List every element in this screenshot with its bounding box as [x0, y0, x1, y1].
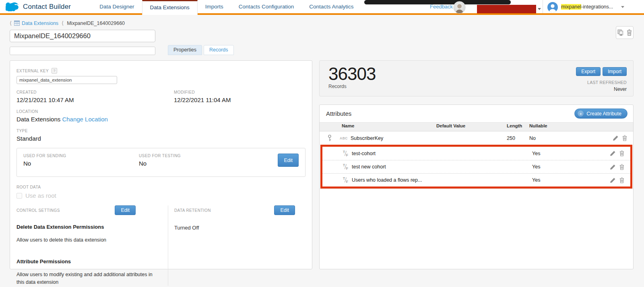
breadcrumb-chevron: ⟨: [10, 20, 12, 26]
attributes-table-header: Name Default Value Length Nullable: [320, 122, 633, 131]
header-divider: [543, 0, 543, 13]
user-menu-chevron-icon[interactable]: [621, 6, 624, 8]
import-button[interactable]: Import: [603, 67, 627, 76]
text-type-icon: ABC: [340, 136, 348, 140]
used-for-testing-value: No: [139, 160, 278, 167]
chevron-down-icon[interactable]: [538, 8, 541, 10]
table-row[interactable]: ABC TF test new cohort Yes: [322, 160, 630, 173]
modified-value: 12/22/2021 11:04 AM: [174, 96, 231, 103]
person-photo-icon: [454, 2, 465, 13]
attributes-panel: Attributes + Create Attribute Name Defau…: [319, 105, 634, 269]
help-icon[interactable]: ?: [52, 68, 57, 74]
person-icon: [547, 2, 558, 12]
root-data-label: ROOT DATA: [17, 185, 305, 189]
breadcrumb: ⟨ Data Extensions ⟨ MixpanelDE_164002966…: [0, 15, 644, 26]
description-input[interactable]: [10, 47, 155, 55]
table-row[interactable]: ABC TF Users who loaded a flows rep... Y…: [322, 173, 630, 187]
edit-usage-button[interactable]: Edit: [278, 154, 299, 167]
attribute-name: test-cohort: [352, 151, 376, 156]
header-actions-box: [616, 26, 634, 39]
user-avatar[interactable]: [547, 2, 558, 12]
edit-attribute-icon[interactable]: [610, 164, 616, 170]
last-refreshed-label: LAST REFRESHED: [587, 80, 627, 85]
nav-imports[interactable]: Imports: [198, 0, 231, 13]
attribute-length: 250: [507, 135, 529, 141]
nav-contacts-configuration[interactable]: Contacts Configuration: [231, 0, 301, 13]
boolean-type-icon: TF: [343, 177, 349, 183]
records-count-label: Records: [328, 84, 376, 89]
export-button[interactable]: Export: [576, 67, 601, 76]
nav-data-designer[interactable]: Data Designer: [92, 0, 142, 13]
user-name-rest: -integrations...: [581, 4, 613, 10]
use-as-root-checkbox[interactable]: [17, 193, 22, 199]
top-nav-bar: Contact Builder Data Designer Data Exten…: [0, 0, 644, 15]
delete-attribute-icon[interactable]: [619, 177, 624, 183]
location-label: LOCATION: [17, 109, 305, 114]
table-row[interactable]: ABC TF SubscriberKey 250 No: [320, 131, 633, 145]
subtitle-row: Properties Records: [10, 45, 634, 55]
location-value: Data Extensions: [17, 116, 60, 123]
created-label: CREATED: [17, 90, 174, 94]
feedback-avatar[interactable]: [453, 1, 466, 14]
tab-records[interactable]: Records: [204, 45, 234, 55]
type-value: Standard: [17, 135, 305, 142]
title-section: Properties Records: [10, 30, 634, 55]
delete-attribute-icon[interactable]: [619, 150, 624, 156]
breadcrumb-current: MixpanelDE_1640029660: [67, 20, 125, 26]
edit-attribute-icon[interactable]: [610, 150, 616, 156]
main-content: EXTERNAL KEY ? CREATED 12/21/2021 10:47 …: [0, 60, 644, 269]
create-attribute-label: Create Attribute: [586, 111, 621, 117]
boolean-type-icon: TF: [343, 150, 349, 157]
breadcrumb-chevron: ⟨: [62, 20, 64, 26]
records-summary-card: 36303 Records Export Import LAST REFRESH…: [319, 60, 634, 96]
main-nav: Data Designer Data Extensions Imports Co…: [92, 0, 361, 13]
table-bottom-separator: [320, 189, 633, 189]
type-label: TYPE: [17, 129, 305, 133]
attribute-name: SubscriberKey: [351, 135, 383, 141]
last-refreshed-value: Never: [614, 86, 627, 92]
copy-icon[interactable]: [617, 29, 624, 36]
highlight-red-box: ABC TF test-cohort Yes ABC TF test n: [320, 145, 632, 189]
delete-permissions-title: Delete Data Extension Permissions: [17, 224, 154, 230]
delete-permissions-desc: Allow users to delete this data extensio…: [17, 236, 154, 244]
column-name: Name: [340, 123, 436, 128]
properties-panel: EXTERNAL KEY ? CREATED 12/21/2021 10:47 …: [10, 60, 312, 269]
created-value: 12/21/2021 10:47 AM: [17, 96, 174, 103]
delete-attribute-icon[interactable]: [619, 164, 624, 170]
breadcrumb-parent-link[interactable]: Data Extensions: [22, 20, 58, 26]
control-settings-section: CONTROL SETTINGS Edit Delete Data Extens…: [17, 205, 168, 286]
data-extension-table-icon: [14, 20, 20, 26]
detail-tabs: Properties Records: [168, 45, 235, 55]
data-extension-name-input[interactable]: [10, 30, 155, 42]
attribute-nullable: Yes: [532, 164, 607, 170]
redacted-red-bar: [477, 5, 536, 13]
delete-attribute-icon[interactable]: [622, 135, 627, 141]
feedback-link[interactable]: Feedback: [430, 4, 453, 10]
change-location-link[interactable]: Change Location: [62, 116, 107, 123]
edit-control-settings-button[interactable]: Edit: [115, 205, 136, 215]
attributes-rows: ABC TF SubscriberKey 250 No: [320, 131, 633, 145]
attribute-nullable: No: [529, 135, 610, 141]
attributes-title: Attributes: [326, 110, 351, 117]
control-settings-label: CONTROL SETTINGS: [17, 208, 60, 213]
external-key-input[interactable]: [17, 76, 117, 84]
table-row[interactable]: ABC TF test-cohort Yes: [322, 147, 630, 160]
attribute-nullable: Yes: [532, 177, 607, 183]
app-logo-group: Contact Builder: [6, 2, 71, 11]
right-column: 36303 Records Export Import LAST REFRESH…: [319, 60, 634, 269]
data-retention-value: Turned Off: [174, 225, 305, 231]
used-for-sending-value: No: [23, 160, 139, 167]
delete-icon[interactable]: [627, 29, 632, 36]
edit-data-retention-button[interactable]: Edit: [274, 205, 295, 215]
edit-attribute-icon[interactable]: [610, 177, 616, 183]
attribute-name: test new cohort: [352, 164, 386, 170]
used-for-sending-label: USED FOR SENDING: [23, 154, 139, 158]
column-nullable: Nullable: [529, 123, 610, 128]
create-attribute-button[interactable]: + Create Attribute: [574, 109, 627, 119]
edit-attribute-icon[interactable]: [613, 135, 619, 141]
user-name[interactable]: mixpanel-integrations...: [561, 4, 613, 10]
use-as-root-label: Use as root: [25, 192, 56, 199]
tab-properties[interactable]: Properties: [168, 45, 202, 55]
nav-data-extensions[interactable]: Data Extensions: [142, 0, 198, 15]
nav-contacts-analytics[interactable]: Contacts Analytics: [301, 0, 361, 13]
